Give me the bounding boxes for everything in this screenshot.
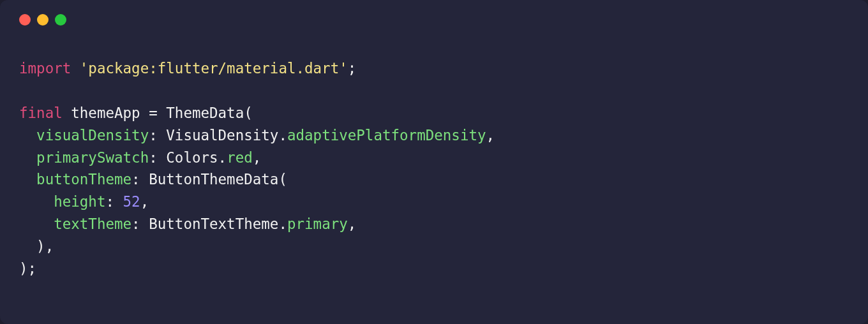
- punct: ,: [253, 149, 262, 166]
- keyword-final: final: [19, 105, 63, 121]
- punct: :: [131, 216, 149, 232]
- punct: ,: [486, 127, 495, 144]
- punct: ,: [348, 216, 357, 232]
- identifier: themeApp: [63, 105, 149, 121]
- member: primary: [287, 216, 348, 232]
- punct: ),: [19, 238, 54, 254]
- traffic-lights: [0, 0, 868, 26]
- minimize-icon[interactable]: [37, 14, 49, 26]
- value: ButtonTextTheme.: [149, 216, 287, 232]
- member: red: [227, 149, 253, 166]
- string-literal: 'package:flutter/material.dart': [80, 60, 348, 77]
- call: ButtonThemeData(: [149, 171, 287, 188]
- member: adaptivePlatformDensity: [287, 127, 486, 144]
- keyword-import: import: [19, 60, 71, 77]
- punct: :: [131, 171, 149, 188]
- punct: ,: [140, 193, 149, 210]
- close-icon[interactable]: [19, 14, 31, 26]
- punct: :: [105, 193, 123, 210]
- punct: ;: [348, 60, 357, 77]
- param: buttonTheme: [19, 171, 131, 188]
- punct: );: [19, 260, 36, 277]
- param: visualDensity: [19, 127, 149, 144]
- punct: =: [149, 105, 166, 121]
- punct: :: [149, 149, 166, 166]
- param: primarySwatch: [19, 149, 149, 166]
- param: height: [19, 193, 105, 210]
- number: 52: [123, 193, 140, 210]
- punct: :: [149, 127, 166, 144]
- param: textTheme: [19, 216, 131, 232]
- code-window: import 'package:flutter/material.dart'; …: [0, 0, 868, 324]
- value: VisualDensity.: [166, 127, 287, 144]
- call: ThemeData(: [166, 105, 252, 121]
- value: Colors.: [166, 149, 227, 166]
- code-block: import 'package:flutter/material.dart'; …: [0, 26, 868, 299]
- maximize-icon[interactable]: [55, 14, 66, 26]
